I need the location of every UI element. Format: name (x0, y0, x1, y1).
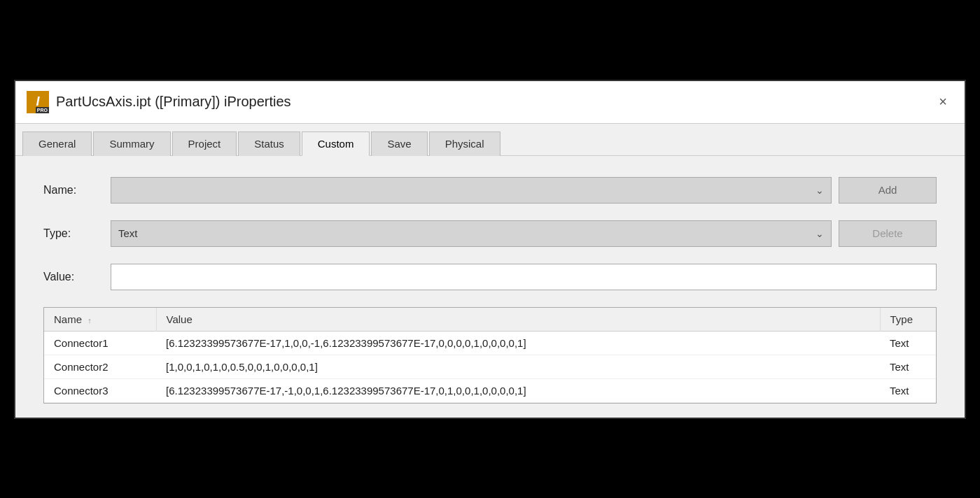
col-header-value: Value (156, 308, 880, 332)
col-header-type: Type (880, 308, 936, 332)
sort-icon: ↑ (88, 316, 92, 325)
tab-summary[interactable]: Summary (93, 131, 170, 156)
properties-table-container: Name ↑ Value Type Connector1[6.123233995… (43, 307, 937, 404)
type-dropdown[interactable]: Text ⌄ (111, 220, 832, 247)
cell-value: [1,0,0,1,0,1,0,0.5,0,0,1,0,0,0,0,1] (156, 355, 880, 378)
cell-value: [6.12323399573677E-17,-1,0,0,1,6.1232339… (156, 378, 880, 402)
name-dropdown[interactable]: ⌄ (111, 177, 832, 204)
table-row[interactable]: Connector3[6.12323399573677E-17,-1,0,0,1… (44, 378, 936, 402)
type-label: Type: (43, 227, 99, 240)
value-input[interactable] (111, 264, 937, 290)
type-dropdown-value: Text (118, 227, 810, 239)
app-icon: I PRO (27, 91, 49, 113)
tab-custom[interactable]: Custom (302, 131, 370, 156)
name-dropdown-arrow: ⌄ (816, 185, 824, 196)
pro-badge: PRO (36, 107, 49, 113)
close-button[interactable]: × (932, 92, 953, 113)
type-dropdown-arrow: ⌄ (816, 228, 824, 239)
cell-type: Text (880, 331, 936, 355)
type-row: Type: Text ⌄ Delete (43, 220, 937, 247)
table-header-row: Name ↑ Value Type (44, 308, 936, 332)
value-row: Value: (43, 264, 937, 290)
name-row: Name: ⌄ Add (43, 177, 937, 204)
tab-bar: General Summary Project Status Custom Sa… (15, 124, 965, 156)
title-bar: I PRO PartUcsAxis.ipt ([Primary]) iPrope… (15, 81, 965, 124)
table-row[interactable]: Connector1[6.12323399573677E-17,1,0,0,-1… (44, 331, 936, 355)
value-label: Value: (43, 271, 99, 283)
cell-name: Connector1 (44, 331, 156, 355)
dialog-title: PartUcsAxis.ipt ([Primary]) iProperties (56, 94, 291, 110)
cell-value: [6.12323399573677E-17,1,0,0,-1,6.1232339… (156, 331, 880, 355)
tab-status[interactable]: Status (238, 131, 300, 156)
cell-name: Connector3 (44, 378, 156, 402)
tab-physical[interactable]: Physical (429, 131, 500, 156)
cell-type: Text (880, 355, 936, 378)
name-label: Name: (43, 184, 99, 197)
add-button[interactable]: Add (839, 177, 937, 204)
properties-table: Name ↑ Value Type Connector1[6.123233995… (44, 308, 936, 403)
tab-project[interactable]: Project (172, 131, 237, 156)
value-control-wrapper (111, 264, 937, 290)
tab-save[interactable]: Save (371, 131, 427, 156)
dialog: I PRO PartUcsAxis.ipt ([Primary]) iPrope… (14, 80, 966, 419)
type-control-wrapper: Text ⌄ Delete (111, 220, 937, 247)
title-bar-left: I PRO PartUcsAxis.ipt ([Primary]) iPrope… (27, 91, 291, 113)
table-body: Connector1[6.12323399573677E-17,1,0,0,-1… (44, 331, 936, 402)
cell-name: Connector2 (44, 355, 156, 378)
content-area: Name: ⌄ Add Type: Text ⌄ Delete Val (15, 156, 965, 418)
col-header-name: Name ↑ (44, 308, 156, 332)
name-control-wrapper: ⌄ Add (111, 177, 937, 204)
table-row[interactable]: Connector2[1,0,0,1,0,1,0,0.5,0,0,1,0,0,0… (44, 355, 936, 378)
tab-general[interactable]: General (22, 131, 92, 156)
cell-type: Text (880, 378, 936, 402)
delete-button[interactable]: Delete (839, 220, 937, 247)
